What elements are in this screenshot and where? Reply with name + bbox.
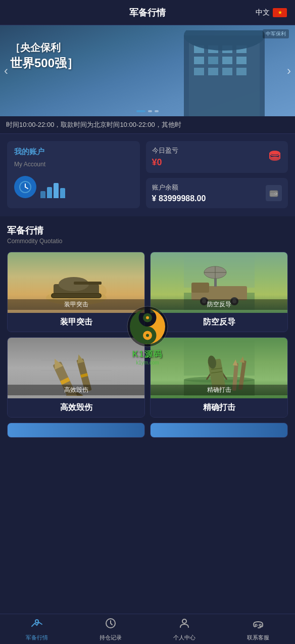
svg-point-21	[270, 157, 280, 161]
svg-rect-13	[236, 68, 247, 75]
nav-profile-label: 个人中心	[173, 634, 195, 641]
commodity-card-launcher[interactable]: 精确打击 精确打击	[150, 337, 288, 418]
flag-icon	[273, 8, 287, 17]
commodity-card-missile[interactable]: 高效毁伤 高效毁伤	[7, 337, 145, 418]
svg-rect-30	[74, 282, 102, 285]
launcher-name: 精确打击	[151, 398, 287, 417]
svg-rect-7	[208, 57, 218, 64]
missile-name: 高效毁伤	[8, 398, 144, 417]
banner: 中军保利 ［央企保利 世界500强］ ‹ ›	[0, 25, 295, 116]
account-title-en: My Account	[14, 161, 133, 168]
svg-rect-10	[194, 68, 204, 75]
profit-value: ¥0	[152, 157, 178, 168]
svg-rect-9	[236, 57, 247, 64]
svg-rect-32	[52, 294, 101, 298]
lang-label: 中文	[256, 8, 270, 17]
account-section: 我的账户 My Account	[0, 134, 295, 216]
market-title-cn: 军备行情	[7, 224, 288, 237]
wallet-icon	[266, 185, 282, 201]
clock-icon	[14, 176, 36, 198]
language-selector[interactable]: 中文	[256, 8, 287, 17]
launcher-tag: 精确打击	[151, 385, 287, 395]
account-icon-area	[14, 176, 133, 198]
database-icon	[268, 149, 282, 166]
commodity-grid-container: 装甲突击 装甲突击	[7, 252, 288, 418]
svg-point-24	[275, 193, 276, 194]
banner-prev-button[interactable]: ‹	[4, 64, 8, 78]
partial-card-2[interactable]	[150, 423, 288, 438]
svg-rect-6	[194, 57, 204, 64]
missile-image: 高效毁伤	[8, 338, 144, 398]
my-account-card: 我的账户 My Account	[7, 141, 140, 208]
balance-value: ¥ 83999988.00	[152, 194, 206, 203]
market-section: 军备行情 Commodity Quotatio	[0, 216, 295, 438]
bar-chart-icon	[40, 180, 65, 198]
account-stats: 今日盈亏 ¥0 账户余额	[146, 141, 288, 208]
partial-row	[7, 423, 288, 438]
tank-tag: 装甲突击	[8, 299, 144, 310]
launcher-image: 精确打击	[151, 338, 287, 398]
balance-label: 账户余额	[152, 183, 206, 192]
profile-icon	[178, 617, 190, 632]
banner-text: ［央企保利 世界500强］	[10, 40, 79, 72]
balance-card: 账户余额 ¥ 83999988.00	[146, 178, 288, 208]
main-content: 我的账户 My Account	[0, 134, 295, 473]
missile-tag: 高效毁伤	[8, 385, 144, 395]
tank-name: 装甲突击	[8, 313, 144, 332]
market-icon	[31, 617, 43, 632]
nav-profile[interactable]: 个人中心	[148, 614, 221, 645]
header: 军备行情 中文	[0, 0, 295, 25]
radar-tag: 防空反导	[151, 299, 287, 310]
svg-point-78	[182, 619, 186, 623]
support-icon	[252, 617, 264, 632]
nav-support-label: 联系客服	[247, 634, 269, 641]
commodity-card-tank[interactable]: 装甲突击 装甲突击	[7, 252, 145, 332]
nav-holdings[interactable]: 持仓记录	[74, 614, 148, 645]
header-title: 军备行情	[129, 7, 166, 19]
svg-rect-12	[222, 68, 232, 75]
commodity-card-radar[interactable]: 防空反导 防空反导	[150, 252, 288, 332]
svg-rect-11	[208, 68, 218, 75]
ticker-bar: 时间10:00-22:00，取款时间为北京时间10:00-22:00，其他时	[0, 116, 295, 134]
svg-rect-8	[222, 57, 232, 64]
nav-holdings-label: 持仓记录	[100, 634, 122, 641]
radar-name: 防空反导	[151, 313, 287, 332]
profit-label: 今日盈亏	[152, 146, 178, 155]
svg-point-18	[270, 151, 280, 155]
nav-support[interactable]: 联系客服	[221, 614, 295, 645]
svg-point-80	[259, 624, 261, 626]
svg-marker-55	[75, 353, 84, 363]
radar-image: 防空反导	[151, 252, 287, 313]
svg-point-76	[35, 620, 38, 623]
banner-company-logo: 中军保利	[263, 29, 289, 38]
nav-market-label: 军备行情	[26, 634, 48, 641]
svg-rect-36	[191, 283, 209, 293]
nav-market[interactable]: 军备行情	[0, 614, 74, 645]
holdings-icon	[105, 617, 117, 632]
market-title-en: Commodity Quotatio	[7, 238, 288, 245]
tank-image: 装甲突击	[8, 252, 144, 313]
bottom-navigation: 军备行情 持仓记录 个人中心 联系	[0, 614, 295, 644]
banner-next-button[interactable]: ›	[287, 64, 291, 78]
account-title-cn: 我的账户	[14, 147, 133, 157]
partial-card-1[interactable]	[7, 423, 145, 438]
today-profit-card: 今日盈亏 ¥0	[146, 141, 288, 173]
commodity-grid: 装甲突击 装甲突击	[7, 252, 288, 418]
